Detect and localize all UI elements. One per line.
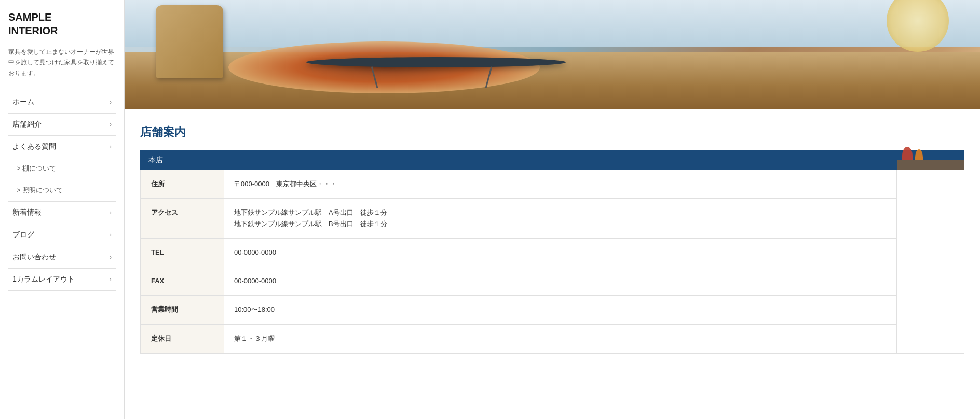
site-title: SAMPLE INTERIOR xyxy=(8,10,116,37)
store-section: 本店 住所〒000-0000 東京都中央区・・・アクセス地下鉄サンプル線サンプル… xyxy=(140,150,964,354)
info-label: 定休日 xyxy=(141,324,224,353)
nav-item-label: 1カラムレイアウト xyxy=(12,275,75,284)
chevron-right-icon: › xyxy=(110,254,112,261)
nav-item-label: ホーム xyxy=(12,97,34,107)
sidebar-item-1col[interactable]: 1カラムレイアウト› xyxy=(8,268,116,291)
sidebar-item-blog[interactable]: ブログ› xyxy=(8,224,116,246)
info-label: アクセス xyxy=(141,199,224,239)
info-label: 住所 xyxy=(141,170,224,199)
info-value: 00-0000-0000 xyxy=(224,239,896,267)
nav-item-label: 新着情報 xyxy=(12,208,42,217)
page-content: 店舗案内 本店 住所〒000-0000 東京都中央区・・・アクセス地下鉄サンプル… xyxy=(125,109,980,419)
nav-item-label: ブログ xyxy=(12,230,34,240)
nav-item-label: > 照明について xyxy=(17,186,63,195)
nav-item-label: 店舗紹介 xyxy=(12,120,42,129)
nav-item-label: お問い合わせ xyxy=(12,253,56,262)
hero-image xyxy=(125,0,980,109)
info-value: 〒000-0000 東京都中央区・・・ xyxy=(224,170,896,199)
chevron-right-icon: › xyxy=(110,99,112,106)
sidebar-item-contact[interactable]: お問い合わせ› xyxy=(8,246,116,268)
info-row: 定休日第１・３月曜 xyxy=(141,324,896,353)
store-image-container: sample xyxy=(896,170,964,353)
info-row: FAX00-0000-0000 xyxy=(141,267,896,296)
info-row: 営業時間10:00〜18:00 xyxy=(141,296,896,324)
chevron-right-icon: › xyxy=(110,231,112,239)
info-table: 住所〒000-0000 東京都中央区・・・アクセス地下鉄サンプル線サンプル駅 A… xyxy=(141,170,896,353)
main-content: 店舗案内 本店 住所〒000-0000 東京都中央区・・・アクセス地下鉄サンプル… xyxy=(125,0,980,419)
info-value: 第１・３月曜 xyxy=(224,324,896,353)
info-row: アクセス地下鉄サンプル線サンプル駅 A号出口 徒歩１分地下鉄サンプル線サンプル駅… xyxy=(141,199,896,239)
chevron-right-icon: › xyxy=(110,276,112,283)
info-label: 営業時間 xyxy=(141,296,224,324)
sidebar-item-store[interactable]: 店舗紹介› xyxy=(8,113,116,135)
info-value: 10:00〜18:00 xyxy=(224,296,896,324)
store-info-container: 住所〒000-0000 東京都中央区・・・アクセス地下鉄サンプル線サンプル駅 A… xyxy=(140,170,964,354)
info-label: FAX xyxy=(141,267,224,296)
nav-item-label: > 棚について xyxy=(17,164,56,173)
sidebar-item-lighting[interactable]: > 照明について xyxy=(8,179,116,201)
sidebar: SAMPLE INTERIOR 家具を愛して止まないオーナーが世界中を旅して見つ… xyxy=(0,0,125,419)
page-title: 店舗案内 xyxy=(140,124,964,140)
sidebar-item-home[interactable]: ホーム› xyxy=(8,91,116,113)
sidebar-item-faq[interactable]: よくある質問› xyxy=(8,135,116,158)
info-label: TEL xyxy=(141,239,224,267)
store-section-header: 本店 xyxy=(140,150,964,170)
chevron-right-icon: › xyxy=(110,209,112,216)
sidebar-item-news[interactable]: 新着情報› xyxy=(8,201,116,224)
info-row: 住所〒000-0000 東京都中央区・・・ xyxy=(141,170,896,199)
info-value: 地下鉄サンプル線サンプル駅 A号出口 徒歩１分地下鉄サンプル線サンプル駅 B号出… xyxy=(224,199,896,239)
nav-item-label: よくある質問 xyxy=(12,142,56,151)
info-value: 00-0000-0000 xyxy=(224,267,896,296)
sidebar-item-shelves[interactable]: > 棚について xyxy=(8,158,116,179)
store-info-table-wrapper: 住所〒000-0000 東京都中央区・・・アクセス地下鉄サンプル線サンプル駅 A… xyxy=(141,170,896,353)
site-description: 家具を愛して止まないオーナーが世界中を旅して見つけた家具を取り揃えております。 xyxy=(8,47,116,78)
chevron-right-icon: › xyxy=(110,121,112,128)
main-nav: ホーム›店舗紹介›よくある質問›> 棚について> 照明について新着情報›ブログ›… xyxy=(8,91,116,291)
info-row: TEL00-0000-0000 xyxy=(141,239,896,267)
chevron-right-icon: › xyxy=(110,143,112,150)
